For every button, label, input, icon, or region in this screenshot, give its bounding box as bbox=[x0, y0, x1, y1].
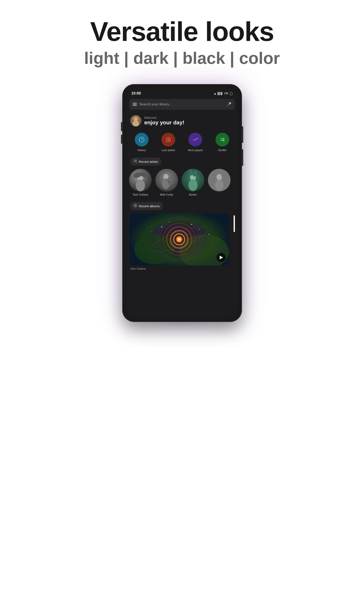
volume-down-button bbox=[121, 135, 122, 144]
artist-fourth[interactable] bbox=[208, 169, 231, 196]
artist-matt-corby[interactable]: Matt Corby bbox=[155, 169, 178, 196]
lte-icon: LTE bbox=[224, 92, 228, 95]
greeting-text: Welcome, bbox=[144, 116, 184, 119]
last-added-label: Last added bbox=[162, 149, 175, 152]
artist-avatar bbox=[182, 169, 204, 191]
shuffle-circle bbox=[216, 133, 229, 147]
volume-buttons bbox=[121, 122, 122, 144]
hamburger-menu-icon[interactable] bbox=[133, 103, 137, 106]
welcome-text: Welcome, enjoy your day! bbox=[144, 116, 184, 126]
svg-point-29 bbox=[135, 205, 136, 206]
phone-frame: 10:00 ▲ ▌▌▌ LTE ◯ Search your library...… bbox=[123, 84, 242, 321]
status-time: 10:00 bbox=[131, 91, 141, 96]
artist-name: Matt Corby bbox=[160, 193, 173, 196]
album-artwork bbox=[129, 213, 229, 265]
svg-point-26 bbox=[215, 180, 223, 190]
welcome-section: Welcome, enjoy your day! bbox=[126, 113, 238, 131]
phone-screen: 10:00 ▲ ▌▌▌ LTE ◯ Search your library...… bbox=[126, 88, 238, 318]
artist-image bbox=[129, 169, 152, 191]
svg-point-18 bbox=[168, 180, 173, 185]
svg-point-43 bbox=[169, 222, 170, 222]
volume-up-button bbox=[121, 122, 122, 131]
artist-avatar bbox=[129, 169, 152, 191]
page-title: Versatile looks bbox=[84, 17, 280, 47]
shuffle-label: Shuffle bbox=[218, 149, 226, 152]
artist-image bbox=[208, 169, 230, 191]
artist-name: Tash Sultana bbox=[132, 193, 148, 196]
avatar-image bbox=[130, 115, 141, 126]
svg-point-47 bbox=[151, 231, 152, 232]
status-icons: ▲ ▌▌▌ LTE ◯ bbox=[214, 92, 233, 95]
action-last-added[interactable]: Last added bbox=[161, 133, 175, 152]
album-cover[interactable] bbox=[129, 213, 229, 265]
svg-point-12 bbox=[136, 180, 145, 191]
svg-point-25 bbox=[216, 174, 222, 180]
artist-avatar bbox=[208, 169, 230, 191]
recent-artists-header[interactable]: Recent artists bbox=[130, 158, 161, 165]
artist-image bbox=[155, 169, 178, 191]
page-header: Versatile looks light | dark | black | c… bbox=[84, 17, 280, 68]
svg-point-42 bbox=[161, 226, 162, 228]
scroll-thumb bbox=[234, 215, 235, 232]
hamburger-line bbox=[133, 105, 137, 106]
svg-point-3 bbox=[132, 121, 139, 126]
history-circle bbox=[135, 133, 148, 147]
phone-mockup: 10:00 ▲ ▌▌▌ LTE ◯ Search your library...… bbox=[123, 84, 242, 321]
artists-row: Tash Sultana bbox=[126, 169, 238, 196]
signal-icon: ▌▌▌ bbox=[218, 92, 223, 95]
recent-albums-header[interactable]: Recent albums bbox=[130, 202, 163, 210]
status-bar: 10:00 ▲ ▌▌▌ LTE ◯ bbox=[126, 88, 238, 97]
artist-image bbox=[182, 169, 204, 191]
search-placeholder-text: Search your library... bbox=[139, 102, 224, 106]
most-played-label: Most played bbox=[188, 149, 203, 152]
play-button[interactable] bbox=[216, 253, 226, 262]
battery-icon: ◯ bbox=[229, 92, 233, 95]
svg-point-8 bbox=[134, 160, 136, 161]
page-subtitle: light | dark | black | color bbox=[84, 49, 280, 68]
recent-albums-label: Recent albums bbox=[139, 204, 160, 208]
svg-point-45 bbox=[199, 229, 199, 230]
welcome-message: enjoy your day! bbox=[144, 119, 184, 126]
svg-point-39 bbox=[177, 238, 180, 241]
svg-point-31 bbox=[134, 234, 174, 264]
scroll-indicator bbox=[234, 213, 235, 265]
history-label: History bbox=[138, 149, 146, 152]
play-icon bbox=[220, 256, 223, 259]
hamburger-line bbox=[133, 103, 137, 103]
action-history[interactable]: History bbox=[135, 133, 148, 152]
album-row bbox=[126, 213, 238, 265]
artist-name: Banks bbox=[189, 193, 197, 196]
albums-icon bbox=[134, 204, 137, 208]
svg-point-9 bbox=[136, 160, 137, 161]
hamburger-line bbox=[133, 104, 137, 105]
artist-tash-sultana[interactable]: Tash Sultana bbox=[129, 169, 152, 196]
most-played-circle bbox=[188, 133, 202, 147]
artist-avatar bbox=[155, 169, 178, 191]
action-most-played[interactable]: Most played bbox=[188, 133, 203, 152]
search-bar[interactable]: Search your library... 🎤 bbox=[129, 99, 235, 110]
quick-actions: History Last added bbox=[126, 131, 238, 156]
svg-point-44 bbox=[191, 224, 192, 225]
wifi-icon: ▲ bbox=[214, 92, 216, 95]
action-shuffle[interactable]: Shuffle bbox=[216, 133, 229, 152]
avatar bbox=[130, 115, 141, 126]
svg-point-46 bbox=[209, 234, 210, 235]
recent-artists-label: Recent artists bbox=[139, 160, 158, 163]
svg-point-21 bbox=[188, 179, 197, 191]
mic-icon[interactable]: 🎤 bbox=[226, 102, 232, 107]
album-title: Tash Sultana bbox=[126, 265, 238, 272]
artist-banks[interactable]: Banks bbox=[181, 169, 204, 196]
last-added-circle bbox=[161, 133, 175, 147]
artists-icon bbox=[134, 159, 137, 164]
